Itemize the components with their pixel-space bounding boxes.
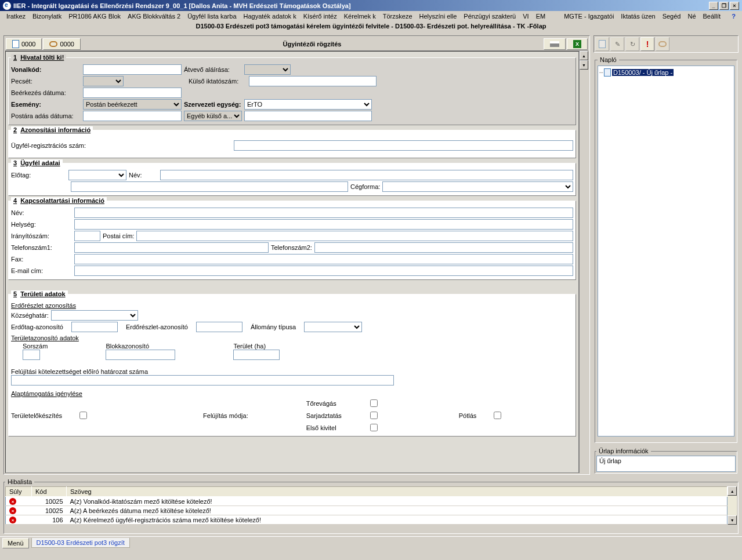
checkbox-terulet-elo[interactable] xyxy=(79,412,87,419)
checkbox-elsokivitel[interactable] xyxy=(370,424,378,431)
scroll-down-icon[interactable]: ▼ xyxy=(580,60,588,70)
input-sorszam[interactable] xyxy=(23,350,40,360)
urlap-info-panel: Űrlap információk Új űrlap xyxy=(595,448,737,474)
table-row[interactable]: ×10025A(z) Vonalkód-iktatószám mező kitö… xyxy=(6,497,727,506)
input-nev[interactable] xyxy=(160,170,573,180)
menu-item[interactable]: Iktatás üzen xyxy=(617,13,658,20)
input-tel1[interactable] xyxy=(74,242,269,253)
menu-item[interactable]: Iratkez xyxy=(3,13,29,20)
col-suly[interactable]: Súly xyxy=(6,487,32,497)
checkbox-torevagas[interactable] xyxy=(370,399,378,407)
col-szoveg[interactable]: Szöveg xyxy=(67,487,727,497)
section-5: 5Területi adatok Erdőrészlet azonosítás … xyxy=(8,290,576,437)
scroll-up-icon[interactable]: ▲ xyxy=(580,51,588,60)
tree-item[interactable]: ┄ D150003/ - Új űrlap - xyxy=(599,68,733,77)
label-feluj-kot: Felújítási kötelezettséget előíró határo… xyxy=(11,368,573,375)
select-pecset[interactable] xyxy=(83,76,124,86)
link-button[interactable]: 0000 xyxy=(43,38,80,50)
checkbox-sarjadz[interactable] xyxy=(370,412,378,419)
document-icon xyxy=(604,68,611,77)
input-helyseg[interactable] xyxy=(74,219,573,230)
scroll-up-icon[interactable]: ▲ xyxy=(727,486,737,496)
input-egyeb[interactable] xyxy=(244,111,372,121)
rt-alert-button[interactable]: ! xyxy=(640,37,654,51)
close-button[interactable]: × xyxy=(730,2,739,10)
menu-item[interactable]: Helyszíni elle xyxy=(416,13,461,20)
rt-new-button[interactable] xyxy=(595,37,609,51)
select-elotag[interactable] xyxy=(68,170,126,180)
menu-item[interactable]: Kísérő intéz xyxy=(300,13,341,20)
hibalista-table: Súly Kód Szöveg ×10025A(z) Vonalkód-ikta… xyxy=(5,486,727,525)
input-email[interactable] xyxy=(74,266,573,276)
menu-item[interactable]: VI xyxy=(519,13,532,20)
table-row[interactable]: ×106A(z) Kérelmező ügyfél-regisztrációs … xyxy=(6,515,727,525)
menu-item[interactable]: EM xyxy=(533,13,549,20)
menu-item[interactable]: Pénzügyi szakterü xyxy=(460,13,519,20)
tree-label: D150003/ - Új űrlap - xyxy=(612,69,674,76)
input-irsz[interactable] xyxy=(74,231,100,241)
naplo-panel: Napló ┄ D150003/ - Új űrlap - xyxy=(595,56,737,443)
input-postara[interactable] xyxy=(83,111,182,121)
label-terulet: Terület (ha) xyxy=(233,343,280,350)
label-postai: Postai cím: xyxy=(103,232,134,239)
statusbar: Menü D1500-03 Erdészeti pot3 rögzít xyxy=(0,536,742,549)
label-fax: Fax: xyxy=(11,256,72,263)
form-scroll-area: 1Hivatal tölti ki! Vonalkód: Átvevő aláí… xyxy=(5,51,579,473)
label-allomany: Állomány típusa xyxy=(251,323,296,330)
help-icon[interactable]: ? xyxy=(728,13,739,20)
menu-item[interactable]: Segéd xyxy=(659,13,685,20)
menu-item[interactable]: PR1086 AKG Blok xyxy=(65,13,124,20)
select-allomany[interactable] xyxy=(304,322,362,332)
print-button[interactable] xyxy=(544,38,566,50)
select-egyeb[interactable]: Egyéb külső a... xyxy=(184,111,242,121)
rt-edit-button[interactable]: ✎ xyxy=(610,37,624,51)
scrollbar[interactable]: ▲ ▼ xyxy=(579,51,588,473)
input-blokk[interactable] xyxy=(106,350,175,360)
hiba-scrollbar[interactable]: ▲ ▼ xyxy=(727,486,737,525)
menu-item[interactable]: MGTE - Igazgatói xyxy=(560,13,617,20)
doc-button-1[interactable]: 0000 xyxy=(6,38,42,50)
rt-link-button[interactable] xyxy=(656,37,669,51)
input-nev2[interactable] xyxy=(71,181,348,192)
menu-item[interactable]: Törzskeze xyxy=(379,13,416,20)
select-atvevo[interactable] xyxy=(244,64,291,75)
status-tab[interactable]: D1500-03 Erdészeti pot3 rögzít xyxy=(31,538,130,548)
subtitle: D1500-03 Erdészeti pot3 támogatási kérel… xyxy=(0,21,742,32)
table-row[interactable]: ×10025A(z) A beérkezés dátuma mező kitöl… xyxy=(6,506,727,515)
input-ugyfel-reg[interactable] xyxy=(234,140,573,151)
select-szerv[interactable]: ErTO xyxy=(244,99,372,110)
toolbar-title: Ügyintézői rögzítés xyxy=(81,41,543,48)
input-beerk[interactable] xyxy=(83,88,182,98)
excel-button[interactable]: X xyxy=(567,38,588,50)
col-kod[interactable]: Kód xyxy=(32,487,67,497)
input-postai[interactable] xyxy=(136,231,573,241)
naplo-tree[interactable]: ┄ D150003/ - Új űrlap - xyxy=(598,66,734,437)
label-nev: Név: xyxy=(129,172,158,179)
input-terulet[interactable] xyxy=(233,350,280,360)
select-kozseg[interactable] xyxy=(51,310,138,321)
input-erdotag[interactable] xyxy=(71,322,118,332)
checkbox-potlas[interactable] xyxy=(494,412,501,419)
select-esemeny[interactable]: Postán beérkezett xyxy=(83,99,182,110)
maximize-button[interactable]: ❐ xyxy=(719,2,729,10)
input-vonalkod[interactable] xyxy=(83,64,182,75)
menu-button[interactable]: Menü xyxy=(2,538,29,548)
hibalista-panel: Hibalista Súly Kód Szöveg ×10025A(z) Von… xyxy=(3,478,739,534)
input-kulso-ikt[interactable] xyxy=(249,76,377,86)
menu-item[interactable]: AKG Blokkváltás 2 xyxy=(124,13,184,20)
minimize-button[interactable]: _ xyxy=(709,2,718,10)
menu-item[interactable]: Hagyaték adatok k xyxy=(240,13,300,20)
menu-item[interactable]: Né xyxy=(684,13,699,20)
menu-item[interactable]: Beállít xyxy=(700,13,725,20)
menu-item[interactable]: Ügyfél lista karba xyxy=(184,13,240,20)
input-feluj-kot[interactable] xyxy=(11,375,394,386)
input-erdoresz[interactable] xyxy=(196,322,242,332)
select-cegforma[interactable] xyxy=(382,181,573,192)
menu-item[interactable]: Bizonylatk xyxy=(29,13,65,20)
menu-item[interactable]: Kérelmek k xyxy=(341,13,379,20)
rt-refresh-button[interactable]: ↻ xyxy=(625,37,639,51)
input-fax[interactable] xyxy=(74,254,573,264)
input-tel2[interactable] xyxy=(314,242,573,253)
input-k-nev[interactable] xyxy=(74,208,573,218)
scroll-down-icon[interactable]: ▼ xyxy=(727,515,737,525)
